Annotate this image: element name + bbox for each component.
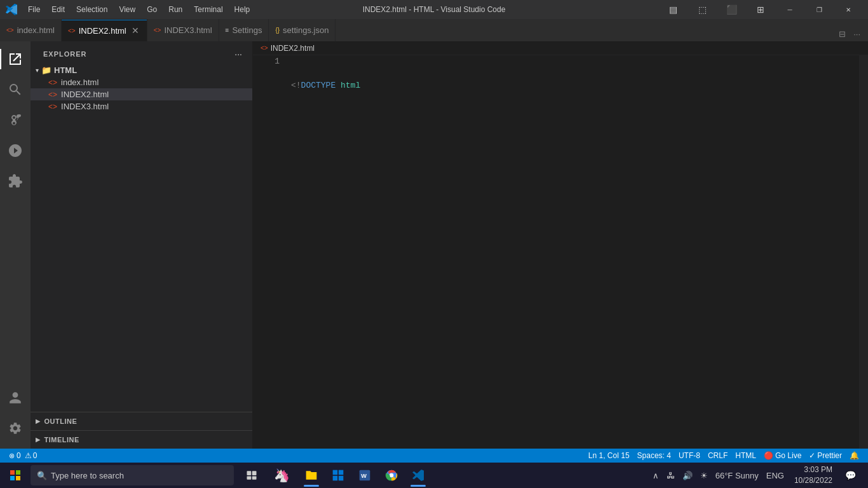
speaker-icon[interactable]: 🔊: [680, 471, 695, 480]
clock-time: 3:03 PM: [794, 464, 832, 475]
close-btn[interactable]: ✕: [834, 0, 863, 19]
file-index-html[interactable]: <> index.html: [31, 76, 252, 88]
tab-close-index2[interactable]: ✕: [130, 25, 140, 36]
scrollbar-track[interactable]: [859, 55, 868, 449]
editor-content[interactable]: 1 <!DOCTYPE html: [253, 55, 868, 449]
sidebar-header: EXPLORER ···: [31, 41, 252, 64]
status-line-col[interactable]: Ln 1, Col 15: [585, 451, 634, 460]
tab-bar: <> index.html <> INDEX2.html ✕ <> INDEX3…: [0, 19, 868, 41]
clock-date: 10/28/2022: [794, 475, 832, 486]
file-index2-html[interactable]: <> INDEX2.html: [31, 88, 252, 100]
tab-label-index3: INDEX3.html: [164, 25, 212, 35]
clock[interactable]: 3:03 PM 10/28/2022: [789, 464, 837, 486]
window-controls: ▤ ⬚ ⬛ ⊞ ─ ❐ ✕: [658, 0, 863, 19]
svg-rect-1: [252, 471, 257, 475]
toggle-layout-btn[interactable]: ⊞: [746, 0, 775, 19]
taskbar-store[interactable]: [325, 463, 351, 488]
tab-icon-settings-json: {}: [275, 27, 280, 34]
sidebar-header-actions: ···: [232, 48, 245, 60]
minimize-btn[interactable]: ─: [775, 0, 804, 19]
tab-icon-index: <>: [6, 27, 14, 34]
menu-terminal[interactable]: Terminal: [189, 4, 227, 15]
status-language[interactable]: HTML: [731, 451, 760, 460]
split-editor-btn[interactable]: ⊟: [835, 27, 850, 41]
taskbar: 🔍 Type here to search 🦄: [0, 463, 868, 488]
outline-header[interactable]: ▶ OUTLINE: [31, 415, 252, 428]
timeline-header[interactable]: ▶ TIMELINE: [31, 433, 252, 446]
activity-bar: [0, 41, 31, 449]
start-button[interactable]: [3, 463, 28, 488]
notification-button[interactable]: 💬: [840, 463, 860, 488]
tray-expand[interactable]: ∧: [650, 471, 661, 480]
file-icon-index: <>: [48, 78, 57, 87]
timeline-label: TIMELINE: [44, 436, 79, 444]
weather-icon[interactable]: ☀: [698, 471, 710, 480]
file-icon-index2: <>: [48, 90, 57, 99]
warning-count: 0: [33, 451, 37, 460]
activity-run-debug[interactable]: [0, 135, 31, 166]
status-notifications[interactable]: 🔔: [846, 451, 863, 460]
activity-bottom: [0, 383, 31, 449]
language-indicator[interactable]: ENG: [764, 471, 787, 480]
tab-settings-json[interactable]: {} settings.json: [269, 19, 336, 41]
tab-index-html[interactable]: <> index.html: [0, 19, 62, 41]
svg-rect-6: [333, 476, 338, 481]
toggle-panel-btn[interactable]: ⬚: [688, 0, 717, 19]
more-tabs-btn[interactable]: ···: [850, 27, 864, 41]
svg-text:W: W: [361, 473, 367, 479]
menu-go[interactable]: Go: [142, 4, 162, 15]
menu-edit[interactable]: Edit: [46, 4, 70, 15]
file-name-index3: INDEX3.html: [61, 102, 109, 111]
folder-html[interactable]: ▾ 📁 HTML: [31, 64, 252, 76]
taskbar-task-view[interactable]: [239, 463, 264, 488]
explorer-more-btn[interactable]: ···: [232, 48, 245, 60]
go-live-icon: 🔴: [764, 451, 773, 460]
taskbar-word[interactable]: W: [352, 463, 377, 488]
toggle-aux-btn[interactable]: ⬛: [717, 0, 746, 19]
status-errors[interactable]: ⊗ 0 ⚠ 0: [5, 449, 41, 463]
svg-rect-4: [333, 470, 338, 475]
taskbar-vscode[interactable]: [405, 463, 431, 488]
status-right: Ln 1, Col 15 Spaces: 4 UTF-8 CRLF HTML 🔴…: [585, 451, 863, 460]
activity-search[interactable]: [0, 74, 31, 105]
status-go-live[interactable]: 🔴 Go Live: [760, 451, 805, 460]
activity-extensions[interactable]: [0, 166, 31, 196]
toggle-sidebar-btn[interactable]: ▤: [658, 0, 688, 19]
error-count: 0: [17, 451, 21, 460]
file-index3-html[interactable]: <> INDEX3.html: [31, 100, 252, 112]
taskbar-search[interactable]: 🔍 Type here to search: [31, 465, 234, 485]
taskbar-file-explorer[interactable]: [299, 463, 324, 488]
menu-view[interactable]: View: [114, 4, 140, 15]
menu-run[interactable]: Run: [163, 4, 187, 15]
error-icon: ⊗: [9, 452, 15, 460]
code-content[interactable]: <!DOCTYPE html: [285, 55, 859, 449]
tab-settings[interactable]: ≡ Settings: [219, 19, 269, 41]
status-line-ending[interactable]: CRLF: [704, 451, 731, 460]
activity-settings[interactable]: [0, 413, 31, 444]
activity-explorer[interactable]: [0, 44, 31, 74]
activity-account[interactable]: [0, 383, 31, 413]
status-bar: ⊗ 0 ⚠ 0 Ln 1, Col 15 Spaces: 4 UTF-8 CRL…: [0, 449, 868, 463]
status-spaces[interactable]: Spaces: 4: [634, 451, 675, 460]
network-icon[interactable]: 🖧: [664, 471, 677, 480]
menu-file[interactable]: File: [23, 4, 45, 15]
tab-index2-html[interactable]: <> INDEX2.html ✕: [62, 19, 147, 41]
weather-temp: 66°F Sunny: [713, 471, 761, 480]
menu-selection[interactable]: Selection: [71, 4, 112, 15]
svg-rect-2: [247, 477, 252, 480]
menu-help[interactable]: Help: [229, 4, 255, 15]
tab-index3-html[interactable]: <> INDEX3.html: [147, 19, 219, 41]
file-tree: ▾ 📁 HTML <> index.html <> INDEX2.html <>: [31, 64, 252, 238]
editor-breadcrumb: <> INDEX2.html: [253, 41, 868, 55]
status-prettier[interactable]: ✓ Prettier: [805, 451, 846, 460]
activity-source-control[interactable]: [0, 105, 31, 135]
timeline-chevron: ▶: [36, 437, 41, 443]
taskbar-chrome[interactable]: [379, 463, 404, 488]
status-encoding[interactable]: UTF-8: [675, 451, 704, 460]
tab-label-index2: INDEX2.html: [79, 26, 126, 36]
taskbar-search-mascot[interactable]: 🦄: [266, 463, 297, 488]
svg-rect-7: [339, 476, 344, 481]
token-tag-html: html: [336, 81, 360, 90]
restore-btn[interactable]: ❐: [804, 0, 834, 19]
breadcrumb-icon: <>: [261, 44, 268, 51]
